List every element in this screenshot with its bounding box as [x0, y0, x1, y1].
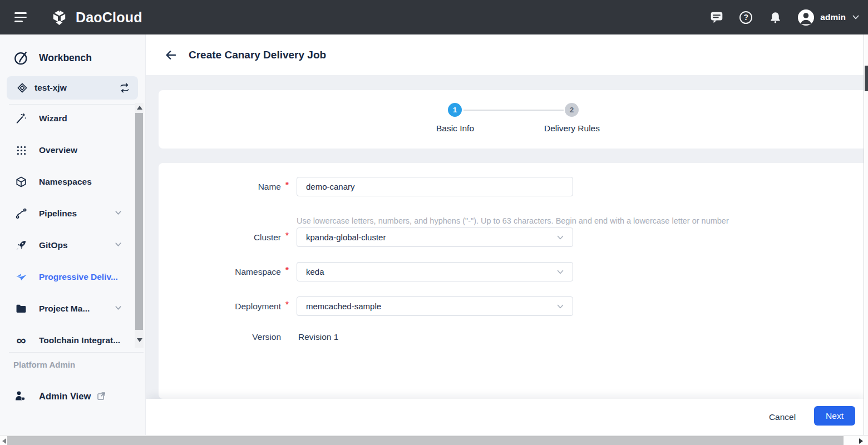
- admin-view-label: Admin View: [39, 391, 91, 402]
- toolchain-infinity-icon: ∞: [14, 334, 28, 347]
- sidebar: Workbench test-xjw: [0, 34, 146, 435]
- workbench-icon: [13, 50, 29, 66]
- sidebar-scroll-down-arrow[interactable]: [137, 338, 142, 342]
- module-title: Workbench: [39, 52, 92, 64]
- sidebar-item-label: Toolchain Integrat...: [39, 335, 120, 345]
- help-glyph: ?: [744, 13, 749, 22]
- required-mark: *: [285, 230, 289, 240]
- wizard-icon: [14, 112, 28, 125]
- sidebar-item-namespaces[interactable]: Namespaces: [0, 172, 135, 192]
- required-mark: *: [285, 180, 289, 189]
- avatar-icon: [797, 9, 815, 26]
- required-mark: *: [285, 299, 289, 309]
- progressive-delivery-icon: [14, 270, 28, 284]
- bell-icon[interactable]: [768, 10, 783, 25]
- vertical-scrollbar-thumb[interactable]: [865, 66, 868, 91]
- horizontal-scrollbar[interactable]: [0, 435, 868, 445]
- chat-icon[interactable]: [709, 10, 724, 25]
- chevron-down-icon: [556, 233, 565, 242]
- switch-workspace-icon[interactable]: [119, 82, 130, 93]
- deployment-label: Deployment: [159, 296, 281, 316]
- sidebar-divider: [9, 104, 135, 105]
- sidebar-item-project-management[interactable]: Project Ma...: [0, 299, 135, 319]
- sidebar-item-label: Wizard: [39, 113, 67, 123]
- stepper-card: 1 2 Basic Info Delivery Rules: [159, 90, 864, 149]
- sidebar-item-label: Project Ma...: [39, 304, 90, 314]
- chevron-down-icon: [114, 240, 122, 251]
- form-row-namespace: Namespace * keda: [159, 262, 864, 281]
- workspace-icon: [17, 82, 28, 93]
- form-row-deployment: Deployment * memcached-sample: [159, 296, 864, 316]
- cancel-button[interactable]: Cancel: [756, 412, 809, 422]
- workspace-selector[interactable]: test-xjw: [7, 76, 138, 100]
- user-menu[interactable]: admin: [797, 9, 860, 26]
- hamburger-menu-icon[interactable]: [14, 12, 27, 22]
- namespace-select[interactable]: keda: [297, 262, 573, 281]
- platform-admin-section-label: Platform Admin: [13, 360, 75, 369]
- back-arrow-icon[interactable]: [164, 48, 178, 62]
- page-title: Create Canary Delivery Job: [189, 49, 326, 61]
- step-1-label: Basic Info: [400, 123, 511, 134]
- form-row-cluster: Cluster * kpanda-global-cluster: [159, 228, 864, 247]
- step-1-indicator: 1: [448, 103, 462, 117]
- workspace-name: test-xjw: [34, 83, 119, 93]
- chevron-down-icon: [556, 302, 565, 311]
- top-navigation-bar: DaoCloud ?: [0, 0, 868, 34]
- sidebar-item-toolchain-integration[interactable]: ∞ Toolchain Integrat...: [0, 330, 135, 350]
- namespace-selected-value: keda: [306, 267, 324, 276]
- step-2-label: Delivery Rules: [516, 123, 628, 134]
- horizontal-scrollbar-thumb[interactable]: [7, 436, 844, 445]
- external-link-icon: [96, 391, 106, 401]
- version-value: Revision 1: [298, 332, 338, 343]
- sidebar-scrollbar-thumb[interactable]: [135, 113, 143, 330]
- sidebar-scroll-up-arrow[interactable]: [137, 106, 142, 110]
- page-header: Create Canary Delivery Job: [146, 34, 864, 75]
- chevron-down-icon: [114, 209, 122, 219]
- gitops-icon: [14, 239, 28, 252]
- form-card: Name * Use lowercase letters, numbers, a…: [159, 163, 864, 399]
- sidebar-item-progressive-delivery[interactable]: Progressive Deliv...: [0, 267, 135, 287]
- sidebar-item-overview[interactable]: Overview: [0, 140, 135, 160]
- namespace-label: Namespace: [159, 262, 281, 281]
- overview-icon: [14, 144, 28, 157]
- scroll-right-arrow[interactable]: [859, 438, 863, 444]
- brand-name: DaoCloud: [76, 9, 142, 26]
- vertical-scrollbar[interactable]: [864, 34, 868, 435]
- admin-view-icon: [13, 389, 27, 403]
- project-folder-icon: [14, 302, 28, 315]
- chevron-down-icon: [556, 268, 565, 276]
- sidebar-item-label: Pipelines: [39, 209, 77, 219]
- name-input[interactable]: [297, 177, 573, 196]
- name-label: Name: [159, 177, 281, 196]
- sidebar-item-label: Overview: [39, 145, 77, 155]
- scroll-left-arrow[interactable]: [2, 438, 6, 444]
- sidebar-module-header[interactable]: Workbench: [13, 50, 92, 66]
- form-row-name: Name * Use lowercase letters, numbers, a…: [159, 177, 864, 196]
- cluster-label: Cluster: [159, 228, 281, 247]
- sidebar-item-pipelines[interactable]: Pipelines: [0, 204, 135, 224]
- step-connector-line: [463, 110, 564, 111]
- brand-logo[interactable]: DaoCloud: [50, 0, 142, 34]
- sidebar-item-admin-view[interactable]: Admin View: [0, 386, 135, 406]
- namespaces-icon: [14, 175, 28, 189]
- form-footer: Cancel Next: [146, 399, 864, 435]
- help-icon[interactable]: ?: [738, 10, 753, 25]
- sidebar-item-label: GitOps: [39, 240, 68, 250]
- version-label: Version: [159, 332, 281, 343]
- form-row-version: Version Revision 1: [159, 332, 864, 343]
- sidebar-item-label: Namespaces: [39, 177, 92, 187]
- sidebar-item-wizard[interactable]: Wizard: [0, 108, 135, 128]
- app-window: DaoCloud ?: [0, 0, 868, 445]
- step-2-indicator: 2: [565, 103, 579, 117]
- deployment-select[interactable]: memcached-sample: [297, 296, 573, 316]
- chevron-down-icon: [114, 304, 122, 314]
- topbar-actions: ? admin: [709, 0, 860, 34]
- cluster-selected-value: kpanda-global-cluster: [306, 233, 386, 242]
- next-button[interactable]: Next: [814, 406, 855, 426]
- sidebar-divider: [9, 352, 144, 353]
- main-content: Create Canary Delivery Job 1 2 Basic Inf…: [146, 34, 864, 435]
- daocloud-logo-icon: [50, 8, 68, 27]
- sidebar-item-gitops[interactable]: GitOps: [0, 235, 135, 255]
- deployment-selected-value: memcached-sample: [306, 301, 381, 311]
- cluster-select[interactable]: kpanda-global-cluster: [297, 228, 573, 247]
